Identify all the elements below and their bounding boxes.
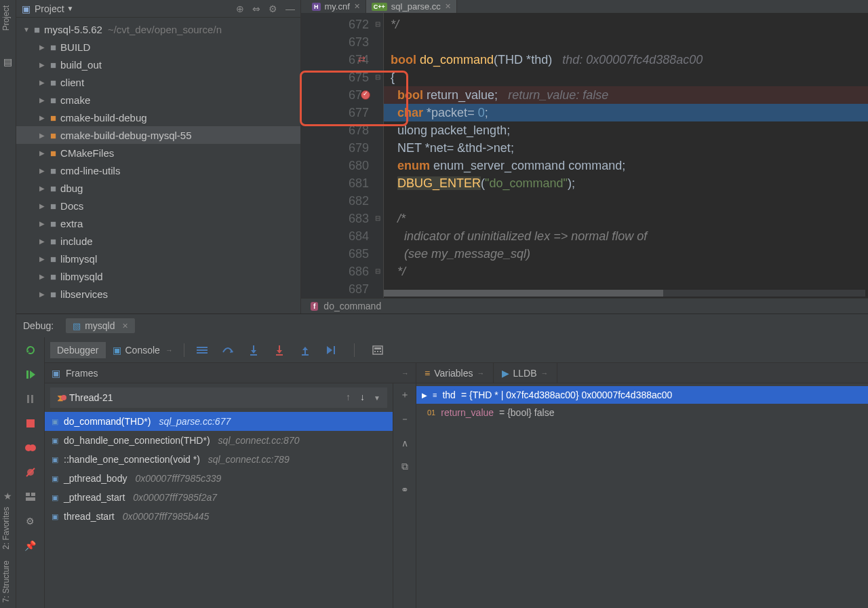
locate-icon[interactable]: ⊕ [236, 3, 244, 14]
tree-item[interactable]: ▶■BUILD [16, 38, 300, 56]
settings-button[interactable]: ⚙ [23, 515, 38, 527]
breakpoints-button[interactable] [23, 442, 38, 454]
project-panel: ▣ Project ▼ ⊕ ⇔ ⚙ — ▼■mysql-5.5.62~/cvt_… [16, 0, 301, 314]
up-icon[interactable]: ∧ [401, 438, 408, 449]
tree-root[interactable]: ▼■mysql-5.5.62~/cvt_dev/open_source/n [16, 20, 300, 38]
close-icon[interactable]: ✕ [122, 322, 128, 330]
gear-icon[interactable]: ⚙ [269, 3, 277, 14]
frame-row[interactable]: ▣do_command(THD*)sql_parse.cc:677 [45, 412, 393, 431]
toolwindow-project[interactable]: Project [1, 5, 14, 31]
pin-button[interactable]: 📌 [23, 539, 38, 552]
project-title[interactable]: Project [35, 3, 64, 14]
evaluate-button[interactable] [371, 343, 384, 357]
breadcrumb-item[interactable]: do_command [323, 301, 381, 311]
layout-button[interactable] [23, 491, 38, 503]
step-into-button[interactable] [247, 343, 260, 357]
frames-header: Frames [66, 368, 98, 379]
tree-item[interactable]: ▶■extra [16, 214, 300, 232]
gutter[interactable]: 6726736746756766776786796806816826836846… [301, 13, 374, 298]
tree-item[interactable]: ▶■dbug [16, 179, 300, 197]
code-editor[interactable]: 6726736746756766776786796806816826836846… [301, 13, 868, 298]
star-icon: ★ [0, 491, 16, 501]
svg-rect-23 [374, 351, 376, 352]
project-icon: ▣ [22, 3, 31, 14]
tree-item[interactable]: ▶■libmysql [16, 250, 300, 267]
frame-row[interactable]: ▣_pthread_body0x00007fff7985c339 [45, 469, 393, 488]
code-body[interactable]: */bool do_command(THD *thd) thd: 0x00007… [384, 13, 868, 298]
stop-button[interactable] [23, 417, 38, 430]
frame-up-button[interactable]: ↑ [346, 392, 351, 402]
tree-item[interactable]: ▶■cmake-build-debug [16, 109, 300, 126]
svg-rect-22 [374, 347, 381, 349]
tab-lldb[interactable]: ▶LLDB→ [494, 363, 557, 383]
svg-rect-3 [26, 419, 35, 428]
svg-rect-25 [380, 351, 381, 352]
hide-icon[interactable]: — [285, 3, 295, 14]
add-frame-icon[interactable]: ＋ [400, 389, 410, 401]
link-icon[interactable]: ⚭ [401, 484, 409, 495]
rerun-button[interactable] [23, 344, 38, 356]
copy-icon[interactable]: ⧉ [401, 461, 408, 472]
tree-item[interactable]: ▶■cmd-line-utils [16, 162, 300, 179]
tree-item[interactable]: ▶■build_out [16, 56, 300, 73]
toolwindow-structure[interactable]: 7: Structure [1, 560, 14, 603]
step-out-button[interactable] [298, 343, 312, 357]
svg-rect-0 [26, 370, 28, 379]
collapse-icon[interactable]: ⇔ [252, 3, 260, 14]
app-icon: ▧ [73, 321, 81, 331]
step-over-button[interactable] [221, 343, 235, 357]
editor-tab[interactable]: Hmy.cnf✕ [307, 0, 366, 13]
function-badge-icon: f [311, 302, 318, 311]
tree-item[interactable]: ▶■Docs [16, 197, 300, 214]
mute-breakpoints-button[interactable] [23, 466, 38, 478]
detach-icon[interactable]: → [401, 369, 409, 377]
pause-button[interactable] [23, 393, 38, 405]
tree-item[interactable]: ▶■libservices [16, 285, 300, 303]
editor-tabs: Hmy.cnf✕C++sql_parse.cc✕ [301, 0, 868, 13]
fold-column[interactable]: ⊟⊟⊟⊟ [374, 13, 384, 298]
tree-item[interactable]: ▶■cmake-build-debug-mysql-55 [16, 126, 300, 144]
variable-row[interactable]: 01return_value= {bool} false [416, 404, 868, 421]
tree-item[interactable]: ▶■client [16, 73, 300, 91]
svg-rect-21 [373, 346, 382, 354]
tree-item[interactable]: ▶■CMakeFiles [16, 144, 300, 162]
svg-rect-13 [197, 352, 208, 354]
tab-variables[interactable]: ≡Variables→ [416, 363, 494, 383]
breadcrumb[interactable]: f do_command [301, 298, 868, 314]
resume-button[interactable] [23, 368, 38, 381]
file-icon: ▤ [0, 56, 16, 67]
chevron-down-icon[interactable]: ▼ [67, 5, 74, 12]
tab-console[interactable]: ▣Console→ [106, 342, 180, 358]
svg-rect-9 [31, 493, 35, 496]
tree-item[interactable]: ▶■libmysqld [16, 267, 300, 285]
frame-row[interactable]: ▣thread_start0x00007fff7985b445 [45, 507, 393, 526]
show-exec-point-button[interactable] [195, 343, 209, 357]
debug-rail: ⚙ 📌 [16, 337, 45, 608]
variable-row[interactable]: ▶≡thd= {THD * | 0x7fc4d388ac00} 0x00007f… [416, 386, 868, 404]
toolwindow-favorites[interactable]: 2: Favorites [1, 507, 14, 550]
svg-rect-12 [197, 349, 208, 351]
svg-rect-11 [197, 347, 208, 348]
svg-rect-8 [26, 493, 30, 496]
project-tree[interactable]: ▼■mysql-5.5.62~/cvt_dev/open_source/n▶■B… [16, 18, 300, 314]
run-to-cursor-button[interactable] [324, 343, 338, 357]
thread-selector[interactable]: ⧗ Thread-21 ▼ [50, 387, 387, 408]
svg-rect-2 [31, 395, 33, 403]
force-step-into-button[interactable] [273, 343, 286, 357]
editor-tab[interactable]: C++sql_parse.cc✕ [366, 0, 457, 13]
frame-down-button[interactable]: ↓ [360, 392, 365, 402]
svg-rect-10 [26, 497, 35, 501]
debug-label: Debug: [23, 320, 54, 331]
svg-point-5 [29, 444, 36, 451]
tree-item[interactable]: ▶■include [16, 232, 300, 250]
remove-frame-icon[interactable]: － [400, 413, 410, 425]
svg-rect-24 [377, 351, 378, 352]
run-config-tab[interactable]: ▧ mysqld ✕ [66, 318, 134, 333]
frame-row[interactable]: ▣do_handle_one_connection(THD*)sql_conne… [45, 431, 393, 450]
frame-row[interactable]: ▣::handle_one_connection(void *)sql_conn… [45, 450, 393, 469]
debug-panel: Debug: ▧ mysqld ✕ ⚙ 📌 Debugger ▣Console→ [16, 314, 868, 608]
frame-row[interactable]: ▣_pthread_start0x00007fff7985f2a7 [45, 488, 393, 507]
tree-item[interactable]: ▶■cmake [16, 91, 300, 109]
tab-debugger[interactable]: Debugger [50, 342, 106, 358]
horizontal-scrollbar[interactable] [384, 290, 865, 297]
